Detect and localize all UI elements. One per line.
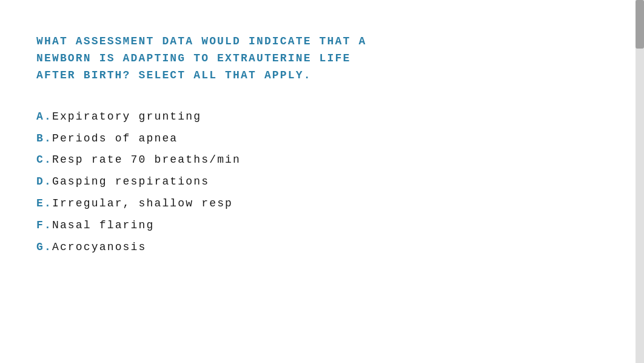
option-d-text: Gasping respirations (52, 175, 209, 188)
option-g[interactable]: G.Acrocyanosis (36, 239, 594, 256)
option-d[interactable]: D.Gasping respirations (36, 174, 594, 191)
question-line-2: NEWBORN IS ADAPTING TO EXTRAUTERINE LIFE (36, 50, 594, 67)
scrollbar-thumb[interactable] (636, 0, 644, 49)
option-g-text: Acrocyanosis (52, 241, 147, 253)
option-e-text: Irregular, shallow resp (52, 197, 233, 209)
option-f-letter: F. (36, 219, 52, 231)
option-c-letter: C. (36, 154, 52, 166)
scrollbar[interactable] (636, 0, 644, 363)
question-line-1: WHAT ASSESSMENT DATA WOULD INDICATE THAT… (36, 33, 594, 50)
option-a-text: Expiratory grunting (52, 110, 201, 123)
option-c[interactable]: C.Resp rate 70 breaths/min (36, 152, 594, 169)
option-b[interactable]: B.Periods of apnea (36, 131, 594, 148)
option-e[interactable]: E.Irregular, shallow resp (36, 195, 594, 212)
option-f[interactable]: F.Nasal flaring (36, 217, 594, 234)
option-f-text: Nasal flaring (52, 219, 155, 231)
option-b-text: Periods of apnea (52, 132, 178, 144)
option-a-letter: A. (36, 110, 52, 123)
option-c-text: Resp rate 70 breaths/min (52, 154, 241, 166)
option-e-letter: E. (36, 197, 52, 209)
main-content: WHAT ASSESSMENT DATA WOULD INDICATE THAT… (0, 0, 631, 285)
option-d-letter: D. (36, 175, 52, 188)
options-list: A.Expiratory grunting B.Periods of apnea… (36, 109, 594, 256)
option-g-letter: G. (36, 241, 52, 253)
option-b-letter: B. (36, 132, 52, 144)
question-line-3: AFTER BIRTH? SELECT ALL THAT APPLY. (36, 67, 594, 84)
option-a[interactable]: A.Expiratory grunting (36, 109, 594, 126)
question-text: WHAT ASSESSMENT DATA WOULD INDICATE THAT… (36, 33, 594, 84)
